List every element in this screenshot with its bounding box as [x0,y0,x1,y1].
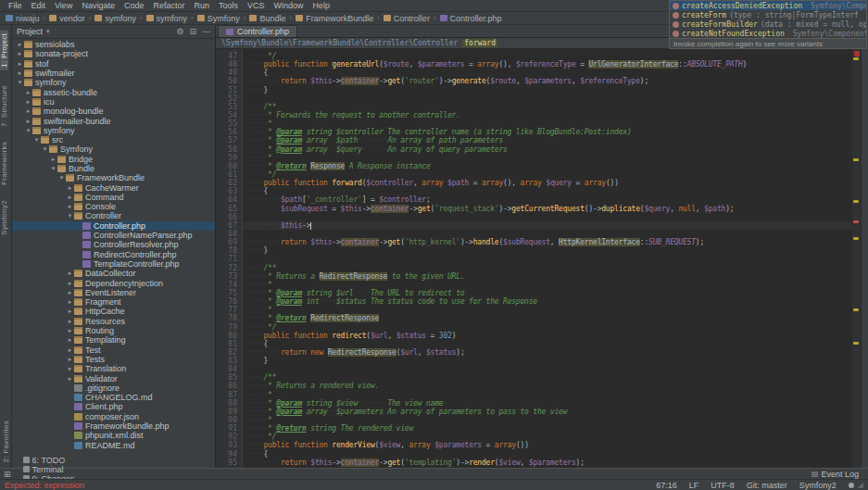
chevron-right-icon[interactable]: ▸ [24,118,32,125]
tree-item-console[interactable]: ▸Console [12,202,215,211]
tree-item-changelog-md[interactable]: CHANGELOG.md [12,393,215,402]
tree-item-stof[interactable]: ▸stof [12,59,215,69]
chevron-down-icon[interactable]: ▾ [49,165,57,172]
warning-stripe-mark[interactable] [853,158,859,161]
chevron-right-icon[interactable]: ▸ [24,89,32,96]
warning-stripe-mark[interactable] [853,237,859,240]
tree-item-controller[interactable]: ▾Controller [12,211,215,220]
chevron-right-icon[interactable]: ▸ [49,156,57,163]
tree-item-resources[interactable]: ▸Resources [12,317,215,326]
chevron-right-icon[interactable]: ▸ [66,184,74,192]
chevron-right-icon[interactable]: ▸ [16,69,24,77]
tree-item-redirectcontroller-php[interactable]: RedirectController.php [12,250,215,259]
tree-item-swiftmailer[interactable]: ▸swiftmailer [12,69,215,78]
context-path[interactable]: \Symfony\Bundle\FrameworkBundle\Controll… [221,39,458,47]
toolwindow-button-terminal[interactable]: Terminal [17,465,82,474]
toolwindow-button-symfony2[interactable]: Symfony2 [0,200,8,235]
chevron-down-icon[interactable]: ▾ [24,127,32,134]
tree-item-httpcache[interactable]: ▸HttpCache [12,307,215,316]
chevron-down-icon[interactable]: ▾ [16,79,24,86]
menu-window[interactable]: Window [270,0,308,11]
event-log-button[interactable]: ▤ Event Log [811,470,864,479]
tree-item-fragment[interactable]: ▸Fragment [12,297,215,307]
chevron-right-icon[interactable]: ▸ [66,289,74,296]
chevron-right-icon[interactable]: ▸ [66,375,74,383]
chevron-right-icon[interactable]: ▸ [16,50,24,57]
resize-grip[interactable]: ◢ [858,481,863,489]
tree-item-readme-md[interactable]: README.md [12,440,215,449]
tree-item-routing[interactable]: ▸Routing [12,326,215,335]
toolwindow-switcher-icon[interactable]: ⊞ [4,470,11,479]
tree-item-cachewarmer[interactable]: ▸CacheWarmer [12,182,215,192]
completion-item-createform[interactable]: createForm(type : string|FormTypeInterfS… [670,10,866,19]
tree-item-monolog-bundle[interactable]: ▸monolog-bundle [12,107,215,116]
tree-item-phpunit-xml-dist[interactable]: phpunit.xml.dist [12,431,215,440]
tree-item-icu[interactable]: ▸icu [12,97,215,107]
chevron-right-icon[interactable]: ▸ [66,298,74,306]
chevron-right-icon[interactable]: ▸ [66,308,74,315]
tree-item-command[interactable]: ▸Command [12,193,215,202]
tree-item-symfony[interactable]: ▾symfony [12,126,215,135]
breadcrumb-item-vendor[interactable]: vendor [49,14,85,23]
chevron-down-icon[interactable]: ▾ [46,28,50,35]
toolwindow-button-2-favorites[interactable]: 2: Favorites [2,421,10,462]
chevron-down-icon[interactable]: ▾ [41,145,49,153]
tree-item-frameworkbundle-php[interactable]: FrameworkBundle.php [12,421,215,431]
toolwindow-button-6-todo[interactable]: 6: TODO [17,456,82,465]
chevron-down-icon[interactable]: ▾ [32,136,41,144]
tree-item-test[interactable]: ▸Test [12,346,215,355]
tree-item-swiftmailer-bundle[interactable]: ▸swiftmailer-bundle [12,116,215,125]
tree-item-controller-php[interactable]: Controller.php [12,221,215,231]
settings-gear-icon[interactable]: ⚙ [176,27,183,36]
hector-inspections-icon[interactable] [849,483,854,488]
tree-item-validator[interactable]: ▸Validator [12,373,215,383]
tree-item-bundle[interactable]: ▾Bundle [12,164,215,173]
caret-position[interactable]: 67:16 [656,481,677,490]
chevron-right-icon[interactable]: ▸ [66,203,74,210]
git-branch-widget[interactable]: Git: master [747,481,787,490]
collapse-all-icon[interactable]: ⊟ [189,27,196,36]
tree-item-sonata-project[interactable]: ▸sonata-project [12,49,215,58]
chevron-right-icon[interactable]: ▸ [66,280,74,287]
tree-item-symfony[interactable]: ▾Symfony [12,144,215,154]
chevron-right-icon[interactable]: ▸ [66,365,74,372]
breadcrumb-item-niwaju[interactable]: niwaju [6,14,40,23]
menu-navigate[interactable]: Navigate [77,0,120,11]
menu-code[interactable]: Code [120,0,149,11]
chevron-right-icon[interactable]: ▸ [66,318,74,325]
editor-body[interactable]: 4748495051525354555657585960616263646566… [216,49,852,468]
chevron-right-icon[interactable]: ▸ [66,356,74,363]
menu-help[interactable]: Help [308,0,335,11]
warning-stripe-mark[interactable] [853,342,859,345]
tree-item-sensiolabs[interactable]: ▸sensiolabs [12,40,215,49]
tree-item-composer-json[interactable]: composer.json [12,412,215,421]
error-stripe-mark[interactable] [853,220,859,223]
menu-run[interactable]: Run [189,0,214,11]
completion-item-createformbuilder[interactable]: createFormBuilder(data : mixed = null, o… [670,19,866,29]
symfony-plugin-widget[interactable]: Symfony2 [799,481,837,490]
toolwindow-button-7-structure[interactable]: 7: Structure [0,85,8,127]
chevron-right-icon[interactable]: ▸ [24,98,32,106]
toolwindow-button-1-project[interactable]: 1: Project [0,31,8,70]
breadcrumb-item-symfony[interactable]: symfony [146,14,188,23]
menu-file[interactable]: File [4,0,27,11]
breadcrumb-item-controller[interactable]: Controller [384,14,430,23]
tree-item-translation[interactable]: ▸Translation [12,364,215,373]
menu-edit[interactable]: Edit [27,0,51,11]
context-member[interactable]: forward [462,39,497,47]
tree-item-eventlistener[interactable]: ▸EventListener [12,288,215,297]
editor-tab-controller-php[interactable]: Controller.php [218,25,297,37]
chevron-right-icon[interactable]: ▸ [66,194,74,201]
menu-vcs[interactable]: VCS [243,0,270,11]
tree-item-tests[interactable]: ▸Tests [12,355,215,364]
tree-item-datacollector[interactable]: ▸DataCollector [12,269,215,278]
tree-item-dependencyinjection[interactable]: ▸DependencyInjection [12,278,215,287]
menu-view[interactable]: View [50,0,77,11]
tree-item-symfony[interactable]: ▾symfony [12,78,215,87]
chevron-right-icon[interactable]: ▸ [66,270,74,277]
tree-item-templating[interactable]: ▸Templating [12,335,215,345]
tree-item-controllernameparser-php[interactable]: ControllerNameParser.php [12,231,215,240]
chevron-right-icon[interactable]: ▸ [66,346,74,354]
menu-refactor[interactable]: Refactor [148,0,189,11]
file-encoding[interactable]: UTF-8 [711,481,735,490]
